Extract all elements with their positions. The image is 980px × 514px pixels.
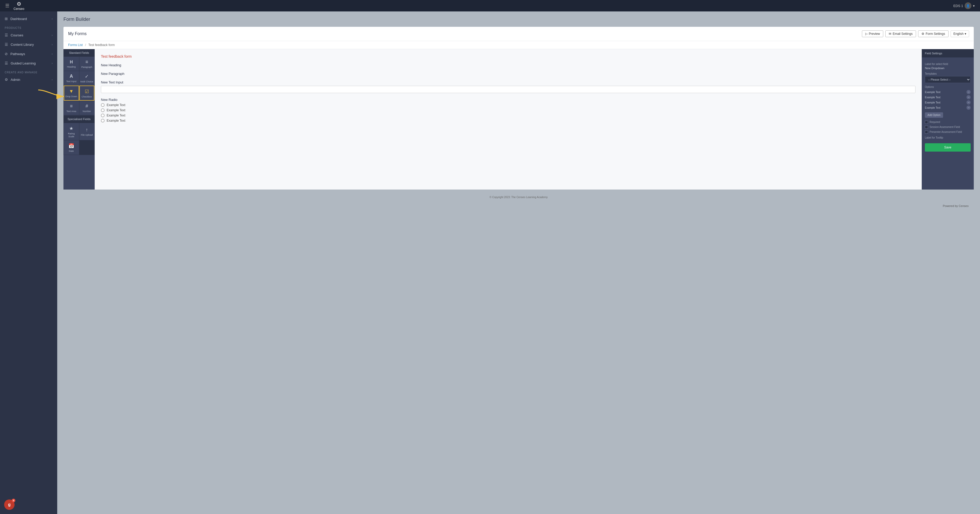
remove-option-1[interactable]: −: [966, 90, 970, 94]
sidebar-item-guided-learning[interactable]: ☰ Guided Learning ›: [0, 59, 57, 68]
templates-select[interactable]: – Please Select –: [925, 76, 970, 83]
field-item-dropdown[interactable]: ▼ Drop Down: [64, 86, 79, 101]
dropdown-icon: ▼: [69, 89, 73, 94]
field-item-date[interactable]: 📅 Date: [64, 140, 79, 155]
main-content: Form Builder My Forms ▷ Preview ✉ Email …: [57, 11, 980, 514]
bottom-user-avatar[interactable]: g 9: [4, 500, 14, 510]
preview-icon: ▷: [865, 32, 868, 36]
courses-icon: ☰: [5, 33, 8, 37]
form-name: Test feedback form: [101, 54, 915, 59]
date-icon: 📅: [68, 143, 74, 149]
topnav-right: EDS 1 👤 ▾: [953, 2, 975, 9]
option-row-1: Example Text −: [925, 90, 970, 94]
copyright-text: © Copyright 2023: The Censeo Learning Ac…: [490, 196, 547, 198]
pathways-icon: ⊘: [5, 52, 8, 56]
text-input-field[interactable]: [101, 86, 915, 93]
rating-scale-icon: ★: [69, 125, 73, 131]
radio-circle: [101, 114, 105, 117]
option-row-3: Example Text −: [925, 100, 970, 105]
session-assessment-checkbox[interactable]: [925, 125, 928, 129]
email-settings-button[interactable]: ✉ Email Settings: [885, 30, 916, 37]
fields-panel: Standard Fields H Heading ≡ Paragraph A …: [64, 49, 95, 190]
radio-option-4: Example Text: [101, 119, 915, 122]
remove-option-4[interactable]: −: [966, 106, 970, 110]
page-title: Form Builder: [64, 17, 974, 22]
form-canvas: Test feedback form New Heading New Parag…: [95, 49, 922, 190]
chevron-right-icon: ›: [52, 17, 52, 20]
field-item-number[interactable]: # Number: [80, 101, 95, 115]
avatar: 👤: [965, 2, 971, 9]
field-item-rating-scale[interactable]: ★ Rating Scale: [64, 123, 79, 140]
field-group-radio: New Radio Example Text Example Text E: [101, 98, 915, 122]
sidebar-item-label: Content Library: [11, 43, 34, 46]
chevron-right-icon: ›: [52, 43, 52, 46]
sidebar-item-label: Dashboard: [10, 17, 27, 21]
sidebar-item-content-library[interactable]: ☰ Content Library ›: [0, 40, 57, 49]
paragraph-field-label: New Paragraph: [101, 72, 915, 76]
sidebar: ⊞ Dashboard › PRODUCTS ☰ Courses › ☰ Con…: [0, 11, 57, 514]
radio-option-2: Example Text: [101, 108, 915, 112]
save-button[interactable]: Save: [925, 143, 970, 152]
chevron-right-icon: ›: [52, 52, 52, 56]
field-item-file-upload[interactable]: ↑ File Upload: [80, 123, 95, 140]
sidebar-item-dashboard[interactable]: ⊞ Dashboard ›: [0, 14, 57, 24]
sidebar-item-pathways[interactable]: ⊘ Pathways ›: [0, 49, 57, 59]
preview-button[interactable]: ▷ Preview: [862, 30, 883, 37]
required-label: Required: [929, 121, 940, 124]
field-item-text-input[interactable]: A Text Input: [64, 71, 79, 85]
chevron-right-icon: ›: [52, 62, 52, 65]
field-group-paragraph: New Paragraph: [101, 72, 915, 76]
radio-option-3: Example Text: [101, 114, 915, 117]
field-settings-header: Field Settings: [922, 49, 974, 57]
field-group-heading: New Heading: [101, 63, 915, 67]
form-settings-button[interactable]: ⚙ Form Settings: [918, 30, 948, 37]
guided-learning-icon: ☰: [5, 61, 8, 65]
multi-choice-icon: ✓: [85, 74, 89, 79]
templates-label: Templates: [925, 72, 970, 75]
sidebar-item-admin[interactable]: ⚙ Admin ›: [0, 75, 57, 84]
number-icon: #: [86, 103, 88, 109]
field-item-text-area[interactable]: ≡ Text Area: [64, 101, 79, 115]
breadcrumb-current: Test feedback form: [88, 43, 115, 47]
logo: ⚙ Censeo: [14, 1, 24, 11]
hamburger-menu[interactable]: ☰: [5, 3, 10, 9]
option-row-2: Example Text −: [925, 95, 970, 99]
remove-option-3[interactable]: −: [966, 100, 970, 105]
field-item-heading[interactable]: H Heading: [64, 57, 79, 71]
standard-fields-grid: H Heading ≡ Paragraph A Text Input ✓ Mul…: [64, 56, 95, 115]
required-checkbox[interactable]: [925, 121, 928, 124]
logo-text: Censeo: [14, 7, 24, 11]
session-assessment-checkbox-row: Session Assessment Field: [925, 125, 970, 129]
footer-logo: Powered by Censeo: [64, 202, 974, 209]
specialised-fields-header: Specialised Fields: [64, 116, 95, 123]
user-label: EDS 1: [953, 4, 963, 8]
topnav-left: ☰ ⚙ Censeo: [5, 1, 24, 11]
add-option-button[interactable]: Add Option: [925, 112, 943, 118]
logo-icon: ⚙: [17, 1, 21, 7]
chevron-right-icon: ›: [52, 34, 52, 36]
radio-field-label: New Radio: [101, 98, 915, 102]
field-item-multi-choice[interactable]: ✓ Multi Choice: [80, 71, 95, 85]
breadcrumb-forms-list[interactable]: Forms List: [68, 43, 83, 47]
option-row-4: Example Text −: [925, 106, 970, 110]
presenter-assessment-checkbox[interactable]: [925, 130, 928, 134]
user-menu[interactable]: EDS 1 👤 ▾: [953, 2, 975, 9]
sidebar-section-products: PRODUCTS: [0, 24, 57, 30]
radio-circle: [101, 103, 105, 107]
field-settings-panel: Field Settings Label for select field Ne…: [922, 49, 974, 190]
language-dropdown-icon: ▾: [965, 32, 966, 36]
field-item-paragraph[interactable]: ≡ Paragraph: [80, 57, 95, 71]
standard-fields-header: Standard Fields: [64, 49, 95, 56]
remove-option-2[interactable]: −: [966, 95, 970, 99]
footer: © Copyright 2023: The Censeo Learning Ac…: [64, 192, 974, 202]
field-item-checkbox[interactable]: ☑ Checkbox: [80, 86, 95, 101]
sidebar-item-label: Admin: [11, 78, 20, 82]
sidebar-item-courses[interactable]: ☰ Courses ›: [0, 30, 57, 40]
form-builder-card: My Forms ▷ Preview ✉ Email Settings ⚙ Fo…: [64, 27, 974, 190]
email-icon: ✉: [889, 32, 891, 36]
text-input-icon: A: [70, 74, 73, 79]
settings-icon: ⚙: [921, 32, 924, 36]
paragraph-icon: ≡: [85, 59, 88, 65]
specialised-fields-grid: ★ Rating Scale ↑ File Upload 📅 Date: [64, 123, 95, 155]
language-selector[interactable]: English ▾: [951, 30, 969, 37]
